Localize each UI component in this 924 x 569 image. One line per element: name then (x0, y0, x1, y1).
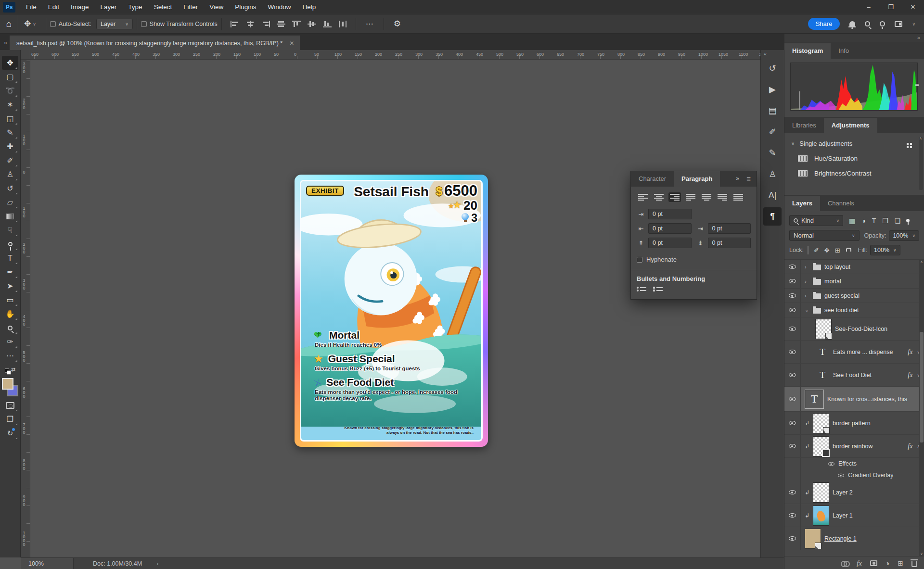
justify-last-right-button[interactable] (716, 192, 729, 202)
layer-name[interactable]: See Food Diet (833, 372, 872, 379)
screen-mode-icon[interactable]: ❐ (2, 412, 18, 426)
layer-name[interactable]: top layout (824, 264, 850, 270)
adjustment-item[interactable]: Hue/Saturation (784, 151, 924, 166)
panel-tab[interactable]: Character (631, 171, 674, 187)
hand-tool[interactable]: ✋ (2, 307, 18, 321)
show-transform-controls-checkbox[interactable] (141, 21, 147, 27)
tab-overflow-icon[interactable]: » (0, 39, 10, 50)
tab-close-icon[interactable]: ✕ (289, 40, 294, 47)
new-adjustment-layer-icon[interactable]: ◑ (886, 559, 889, 567)
panel-tab[interactable]: Adjustments (824, 118, 877, 133)
status-options-chevron-icon[interactable]: › (156, 560, 158, 567)
visibility-eye-icon[interactable] (784, 274, 801, 288)
discover-lightbulb-icon[interactable] (880, 21, 885, 26)
vertical-ruler[interactable]: 3002001000100200300400500600700800900100… (21, 60, 30, 557)
filter-adjustment-layers-icon[interactable]: ◑ (861, 217, 865, 225)
panel-tab[interactable]: Layers (784, 196, 820, 211)
workspace-icon[interactable] (895, 21, 902, 27)
workspace-chevron-icon[interactable]: ∨ (912, 22, 915, 26)
menu-item[interactable]: File (20, 0, 42, 14)
lock-transparency-icon[interactable] (808, 247, 808, 254)
paragraph-field-input[interactable]: 0 pt (708, 223, 751, 234)
visibility-eye-icon[interactable] (784, 289, 801, 303)
layer-name[interactable]: border pattern (833, 420, 871, 427)
default-colors-icon[interactable]: ⇄ (5, 367, 15, 374)
layer-row[interactable]: ↲ T See-Food-Diet-Icon (784, 317, 924, 341)
filter-pixel-layers-icon[interactable]: ▦ (849, 217, 855, 225)
layer-name[interactable]: border rainbow (833, 443, 873, 450)
mixer-brush-tool[interactable]: ✑ (2, 335, 18, 349)
pen-tool[interactable]: ✒ (2, 265, 18, 279)
home-icon[interactable]: ⌂ (0, 14, 18, 34)
rectangle-tool[interactable]: ▭ (2, 293, 18, 307)
adjustments-scrollbar[interactable] (919, 137, 923, 190)
canvas-area[interactable]: EXHIBIT Setsail Fish $6500 ★★20 3 Mortal (30, 60, 760, 557)
layer-name[interactable]: Eats more ... dispense (833, 349, 893, 355)
visibility-eye-icon[interactable] (784, 341, 801, 363)
character-panel-icon[interactable]: A| (763, 186, 782, 204)
layer-name[interactable]: guest special (824, 292, 860, 299)
tool-preset-chevron-icon[interactable]: ∨ (33, 22, 36, 26)
align-bottom-edges-icon[interactable] (323, 21, 332, 27)
move-tool-icon[interactable]: ✥ (24, 19, 31, 29)
layer-row[interactable]: ↲ T Effects (784, 458, 924, 469)
history-brush-tool[interactable]: ↺ (2, 181, 18, 195)
menu-item[interactable]: Edit (42, 0, 65, 14)
lock-artboard-icon[interactable]: ⊞ (835, 247, 840, 254)
lock-pixels-icon[interactable]: ✐ (814, 247, 819, 254)
layer-thumbnail[interactable] (813, 436, 829, 456)
bulleted-list-icon[interactable] (637, 286, 646, 293)
quick-mask-icon[interactable] (2, 398, 18, 412)
panel-menu-icon[interactable]: ≡ (915, 80, 919, 88)
layer-row[interactable]: ⌄ ↲ T see food diet (784, 303, 924, 317)
search-icon[interactable] (865, 21, 870, 26)
paragraph-field-input[interactable]: 0 pt (648, 223, 692, 234)
card-document[interactable]: EXHIBIT Setsail Fish $6500 ★★20 3 Mortal (295, 175, 488, 447)
layer-name[interactable]: Known for cros...istances, this (827, 396, 907, 403)
document-tab[interactable]: setsail_fish.psd @ 100% (Known for cross… (10, 36, 300, 50)
visibility-eye-icon[interactable] (784, 364, 801, 386)
new-layer-icon[interactable]: ⊞ (898, 559, 903, 567)
opacity-value-dropdown[interactable]: 100% ∨ (889, 230, 919, 241)
menu-item[interactable]: Select (148, 0, 178, 14)
close-button[interactable]: ✕ (902, 0, 924, 14)
layer-thumbnail[interactable] (805, 529, 821, 549)
layer-row[interactable]: ↲ T See Food Diet fx ∨ (784, 364, 924, 387)
effect-eye-icon[interactable] (828, 462, 834, 466)
text-layer-thumbnail[interactable]: T (815, 345, 830, 359)
layer-row[interactable]: ↲ T Known for cros...istances, this (784, 387, 924, 412)
layer-thumbnail[interactable] (813, 413, 829, 433)
visibility-eye-icon[interactable] (784, 303, 801, 317)
layer-filter-kind-dropdown[interactable]: Kind ∨ (789, 215, 843, 226)
edit-toolbar[interactable]: ⋯ (2, 349, 18, 363)
align-right-button[interactable] (668, 192, 681, 202)
expand-collapse-icon[interactable]: › (805, 293, 809, 299)
layer-name[interactable]: Rectangle 1 (824, 535, 857, 542)
actions-panel-icon[interactable]: ▶ (763, 80, 782, 99)
brush-tool[interactable]: ✐ (2, 153, 18, 167)
align-center-button[interactable] (653, 192, 665, 202)
justify-last-left-button[interactable] (684, 192, 697, 202)
panel-tab[interactable]: Histogram (784, 43, 831, 59)
filter-shape-layers-icon[interactable]: ❒ (882, 217, 888, 225)
text-layer-thumbnail[interactable]: T (805, 390, 824, 409)
menu-item[interactable]: Type (122, 0, 148, 14)
gear-icon[interactable]: ⚙ (388, 19, 407, 29)
layer-row[interactable]: ↲ T border pattern (784, 412, 924, 435)
layers-scrollbar[interactable] (919, 260, 924, 556)
numbered-list-icon[interactable] (653, 286, 663, 293)
paragraph-field-input[interactable]: 0 pt (648, 209, 692, 219)
panel-tab[interactable]: Channels (820, 196, 862, 211)
link-layers-icon[interactable] (841, 561, 848, 566)
expand-collapse-icon[interactable]: ⌄ (805, 307, 809, 313)
panel-tab[interactable]: Info (831, 43, 857, 59)
menu-item[interactable]: View (204, 0, 229, 14)
layer-row[interactable]: ↲ T Gradient Overlay (784, 469, 924, 481)
panel-overflow-icon[interactable]: » (736, 175, 739, 182)
clone-source-panel-icon[interactable]: ♙ (763, 165, 782, 183)
filter-type-layers-icon[interactable]: T (872, 217, 876, 225)
visibility-eye-icon[interactable] (784, 527, 801, 550)
brushes-panel-icon[interactable]: ✎ (763, 144, 782, 162)
layer-name[interactable]: Gradient Overlay (848, 472, 893, 479)
visibility-eye-icon[interactable] (784, 435, 801, 457)
